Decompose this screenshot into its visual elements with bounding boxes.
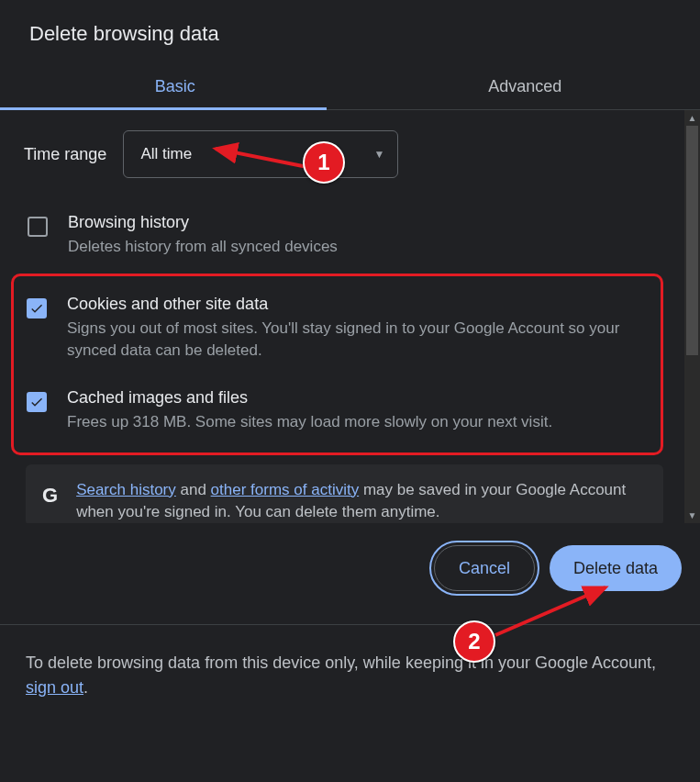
cancel-button[interactable]: Cancel [434, 545, 535, 591]
scroll-thumb[interactable] [686, 126, 698, 355]
annotation-highlight-box: Cookies and other site data Signs you ou… [11, 274, 663, 455]
tab-advanced[interactable]: Advanced [350, 66, 701, 109]
option-cache: Cached images and files Frees up 318 MB.… [19, 375, 651, 447]
time-range-select[interactable]: All time ▼ [123, 130, 398, 178]
link-other-activity[interactable]: other forms of activity [211, 481, 360, 498]
option-title: Cookies and other site data [67, 295, 644, 314]
option-title: Browsing history [68, 213, 338, 232]
footer-actions: Cancel Delete data [0, 523, 700, 625]
tab-basic[interactable]: Basic [0, 66, 350, 109]
option-title: Cached images and files [67, 388, 552, 408]
time-range-value: All time [140, 145, 192, 163]
time-range-label: Time range [24, 145, 106, 164]
checkmark-icon [29, 301, 44, 316]
info-box: G Search history and other forms of acti… [26, 464, 663, 523]
checkmark-icon [29, 395, 44, 409]
scroll-down-icon[interactable]: ▼ [684, 508, 700, 523]
option-subtitle: Frees up 318 MB. Some sites may load mor… [67, 411, 552, 434]
chevron-down-icon: ▼ [373, 148, 384, 161]
annotation-badge-2: 2 [453, 620, 495, 663]
time-range-row: Time range All time ▼ [20, 130, 680, 178]
google-g-icon: G [42, 479, 58, 523]
link-search-history[interactable]: Search history [76, 481, 176, 498]
note-text: To delete browsing data from this device… [26, 654, 656, 672]
option-subtitle: Deletes history from all synced devices [68, 236, 338, 259]
link-sign-out[interactable]: sign out [26, 678, 83, 697]
note-after: . [83, 678, 88, 697]
delete-data-button[interactable]: Delete data [550, 545, 682, 591]
info-text: Search history and other forms of activi… [76, 479, 647, 523]
option-subtitle: Signs you out of most sites. You'll stay… [67, 318, 644, 363]
bottom-note: To delete browsing data from this device… [0, 625, 700, 700]
annotation-badge-1: 1 [303, 141, 345, 184]
info-text-mid: and [176, 481, 211, 498]
checkbox-cache[interactable] [27, 392, 47, 412]
checkbox-cookies[interactable] [27, 298, 47, 318]
scroll-up-icon[interactable]: ▲ [684, 110, 700, 126]
tabs: Basic Advanced [0, 66, 700, 110]
checkbox-browsing-history[interactable] [28, 217, 48, 237]
option-cookies: Cookies and other site data Signs you ou… [19, 282, 651, 375]
scrollbar[interactable]: ▲ ▼ [684, 110, 700, 523]
option-browsing-history: Browsing history Deletes history from al… [20, 200, 680, 272]
dialog-title: Delete browsing data [0, 0, 700, 66]
dialog-body: ▲ ▼ Time range All time ▼ Browsing histo… [0, 110, 700, 523]
